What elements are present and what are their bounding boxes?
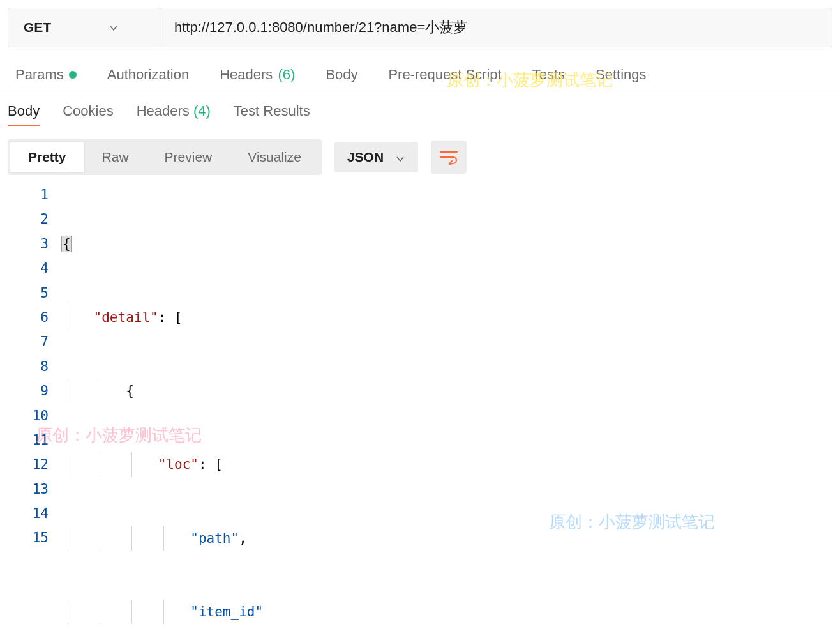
language-label: JSON: [347, 149, 384, 165]
request-tabs: Params Authorization Headers (6) Body Pr…: [0, 47, 840, 91]
line-number: 9: [0, 379, 49, 403]
line-number: 5: [0, 281, 49, 305]
headers-count: (6): [278, 66, 295, 83]
resp-headers-count: (4): [193, 103, 211, 119]
line-number: 3: [0, 232, 49, 256]
view-pretty[interactable]: Pretty: [10, 142, 84, 172]
line-number: 8: [0, 354, 49, 379]
tab-body[interactable]: Body: [326, 66, 357, 83]
line-number: 4: [0, 256, 49, 280]
response-view-controls: Pretty Raw Preview Visualize JSON: [0, 133, 840, 175]
resp-tab-headers[interactable]: Headers (4): [137, 103, 211, 126]
line-number: 1: [0, 183, 49, 207]
resp-tab-test-results[interactable]: Test Results: [234, 103, 310, 126]
json-key: "detail": [94, 310, 158, 325]
line-number: 13: [0, 477, 49, 501]
view-mode-group: Pretty Raw Preview Visualize: [8, 139, 322, 175]
tab-authorization[interactable]: Authorization: [107, 66, 189, 83]
tab-params-label: Params: [15, 66, 64, 83]
response-body-editor[interactable]: 1 2 3 4 5 6 7 8 9 10 11 12 13 14 15 { "d…: [0, 175, 840, 631]
json-punc: ,: [239, 531, 247, 546]
url-input[interactable]: [161, 8, 832, 47]
chevron-down-icon: [395, 152, 405, 162]
tab-tests[interactable]: Tests: [532, 66, 565, 83]
view-raw[interactable]: Raw: [84, 142, 147, 172]
params-active-dot-icon: [69, 71, 77, 79]
tab-settings[interactable]: Settings: [596, 66, 647, 83]
json-punc: : [: [199, 457, 223, 472]
line-number: 11: [0, 428, 49, 452]
resp-tab-cookies[interactable]: Cookies: [63, 103, 113, 126]
line-number: 7: [0, 330, 49, 354]
response-tabs: Body Cookies Headers (4) Test Results: [0, 91, 840, 133]
tab-params[interactable]: Params: [15, 66, 77, 83]
line-number-gutter: 1 2 3 4 5 6 7 8 9 10 11 12 13 14 15: [0, 183, 61, 631]
json-brace: {: [126, 383, 134, 399]
view-visualize[interactable]: Visualize: [230, 142, 319, 172]
line-number: 15: [0, 526, 49, 550]
line-number: 12: [0, 452, 49, 476]
wrap-lines-button[interactable]: [431, 141, 467, 174]
request-url-bar: GET: [8, 8, 832, 47]
tab-prerequest[interactable]: Pre-request Script: [388, 66, 501, 83]
tab-headers-label: Headers: [220, 66, 273, 83]
tab-headers[interactable]: Headers (6): [220, 66, 295, 83]
http-method-label: GET: [24, 20, 51, 35]
json-key: "loc": [158, 457, 199, 472]
view-preview[interactable]: Preview: [147, 142, 230, 172]
language-select[interactable]: JSON: [334, 142, 418, 172]
line-number: 6: [0, 305, 49, 330]
code-content: { "detail": [ { "loc": [ "path", "item_i…: [61, 183, 602, 631]
line-number: 10: [0, 404, 49, 428]
resp-tab-headers-label: Headers: [137, 103, 190, 119]
wrap-icon: [439, 149, 458, 165]
json-string: "path": [190, 531, 239, 546]
line-number: 14: [0, 501, 49, 526]
json-string: "item_id": [190, 604, 263, 620]
http-method-select[interactable]: GET: [8, 8, 161, 47]
line-number: 2: [0, 207, 49, 231]
resp-tab-body[interactable]: Body: [8, 103, 40, 126]
chevron-down-icon: [109, 22, 119, 33]
json-punc: : [: [158, 310, 183, 325]
json-brace: {: [61, 236, 72, 252]
